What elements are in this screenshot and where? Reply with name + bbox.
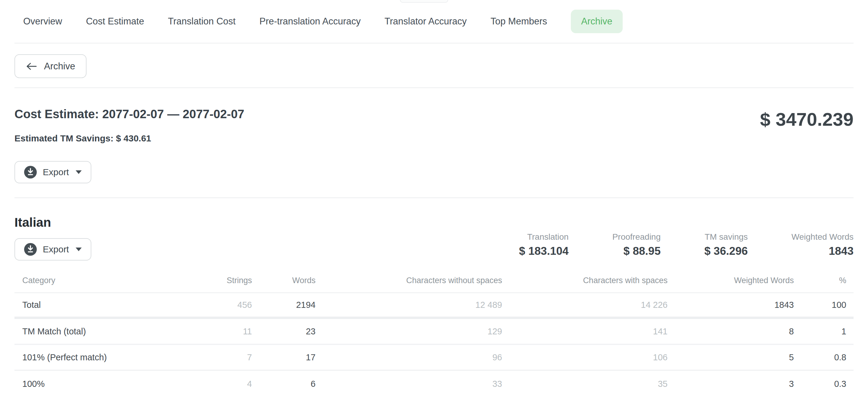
scrolled-element-remnant xyxy=(400,0,448,3)
stat-value: $ 183.104 xyxy=(519,245,569,257)
export-button-label: Export xyxy=(43,244,69,254)
tab-translator-accuracy[interactable]: Translator Accuracy xyxy=(384,16,467,27)
cell-words: 6 xyxy=(252,379,315,389)
tm-savings-text: Estimated TM Savings: $ 430.61 xyxy=(14,133,244,144)
summary-left: Cost Estimate: 2077-02-07 — 2077-02-07 E… xyxy=(14,107,244,183)
cell-percent: 1 xyxy=(794,327,854,336)
language-title: Italian xyxy=(14,214,91,231)
column-header-category: Category xyxy=(14,276,169,285)
chevron-down-icon xyxy=(76,248,82,251)
report-tabs: Overview Cost Estimate Translation Cost … xyxy=(14,10,854,33)
stat-label: Proofreading xyxy=(613,232,661,242)
total-cost-value: $ 3470.239 xyxy=(760,109,854,130)
arrow-left-icon xyxy=(26,62,37,70)
chevron-down-icon xyxy=(76,171,82,174)
column-header-words: Words xyxy=(252,276,315,285)
export-button-label: Export xyxy=(43,167,69,177)
language-section: Italian Export Translation $ 183.104 xyxy=(14,198,854,397)
stat-label: Weighted Words xyxy=(792,232,854,242)
report-page: Overview Cost Estimate Translation Cost … xyxy=(0,0,868,397)
cell-strings: 456 xyxy=(169,300,252,310)
cell-chars-with-spaces: 14 226 xyxy=(502,300,668,310)
cell-weighted-words: 8 xyxy=(668,327,794,336)
cell-strings: 4 xyxy=(169,379,252,389)
cell-chars-with-spaces: 106 xyxy=(502,353,668,362)
tab-overview[interactable]: Overview xyxy=(23,16,62,27)
download-icon xyxy=(24,166,37,179)
summary-block: Cost Estimate: 2077-02-07 — 2077-02-07 E… xyxy=(14,88,854,198)
stat-translation: Translation $ 183.104 xyxy=(519,232,569,257)
stat-tm-savings: TM savings $ 36.296 xyxy=(704,232,748,257)
cell-chars-without-spaces: 129 xyxy=(315,327,502,336)
language-header: Italian Export Translation $ 183.104 xyxy=(14,214,854,261)
cell-strings: 7 xyxy=(169,353,252,362)
column-header-percent: % xyxy=(794,276,854,285)
report-tabbar: Overview Cost Estimate Translation Cost … xyxy=(14,0,854,43)
stat-label: Translation xyxy=(519,232,569,242)
table-row-101-perfect-match: 101% (Perfect match) 7 17 96 106 5 0.8 xyxy=(14,345,854,371)
stat-label: TM savings xyxy=(704,232,748,242)
table-row-tm-match: TM Match (total) 11 23 129 141 8 1 xyxy=(14,319,854,345)
back-button-label: Archive xyxy=(44,61,75,72)
cell-chars-without-spaces: 33 xyxy=(315,379,502,389)
cost-estimate-table: Category Strings Words Characters withou… xyxy=(14,268,854,397)
cell-chars-with-spaces: 35 xyxy=(502,379,668,389)
cell-weighted-words: 5 xyxy=(668,353,794,362)
cell-words: 23 xyxy=(252,327,315,336)
cell-category: 101% (Perfect match) xyxy=(14,353,169,362)
tab-top-members[interactable]: Top Members xyxy=(490,16,547,27)
cell-percent: 100 xyxy=(794,300,854,310)
stat-value: 1843 xyxy=(792,245,854,257)
export-button[interactable]: Export xyxy=(14,161,91,183)
cell-words: 2194 xyxy=(252,300,315,310)
cell-chars-without-spaces: 96 xyxy=(315,353,502,362)
cell-percent: 0.8 xyxy=(794,353,854,362)
cell-chars-without-spaces: 12 489 xyxy=(315,300,502,310)
cell-category: TM Match (total) xyxy=(14,327,169,336)
language-export-button[interactable]: Export xyxy=(14,238,91,261)
language-header-left: Italian Export xyxy=(14,214,91,261)
column-header-chars-without-spaces: Characters without spaces xyxy=(315,276,502,285)
stat-value: $ 36.296 xyxy=(704,245,748,257)
tab-cost-estimate[interactable]: Cost Estimate xyxy=(86,16,144,27)
stat-weighted-words: Weighted Words 1843 xyxy=(792,232,854,257)
table-header-row: Category Strings Words Characters withou… xyxy=(14,268,854,293)
table-row-100: 100% 4 6 33 35 3 0.3 xyxy=(14,371,854,397)
column-header-strings: Strings xyxy=(169,276,252,285)
column-header-weighted-words: Weighted Words xyxy=(668,276,794,285)
cell-weighted-words: 1843 xyxy=(668,300,794,310)
cell-percent: 0.3 xyxy=(794,379,854,389)
tab-archive[interactable]: Archive xyxy=(571,10,622,33)
table-row-total: Total 456 2194 12 489 14 226 1843 100 xyxy=(14,293,854,319)
column-header-chars-with-spaces: Characters with spaces xyxy=(502,276,668,285)
language-stats: Translation $ 183.104 Proofreading $ 88.… xyxy=(519,232,854,261)
cell-weighted-words: 3 xyxy=(668,379,794,389)
archive-back-button[interactable]: Archive xyxy=(14,54,87,78)
cell-chars-with-spaces: 141 xyxy=(502,327,668,336)
cell-category: Total xyxy=(14,300,169,310)
tab-translation-cost[interactable]: Translation Cost xyxy=(168,16,236,27)
cell-category: 100% xyxy=(14,379,169,389)
stat-proofreading: Proofreading $ 88.95 xyxy=(613,232,661,257)
page-title: Cost Estimate: 2077-02-07 — 2077-02-07 xyxy=(14,107,244,121)
tab-pre-translation-accuracy[interactable]: Pre-translation Accuracy xyxy=(259,16,361,27)
download-icon xyxy=(24,243,37,256)
stat-value: $ 88.95 xyxy=(613,245,661,257)
cell-words: 17 xyxy=(252,353,315,362)
back-row: Archive xyxy=(14,43,854,87)
cell-strings: 11 xyxy=(169,327,252,336)
